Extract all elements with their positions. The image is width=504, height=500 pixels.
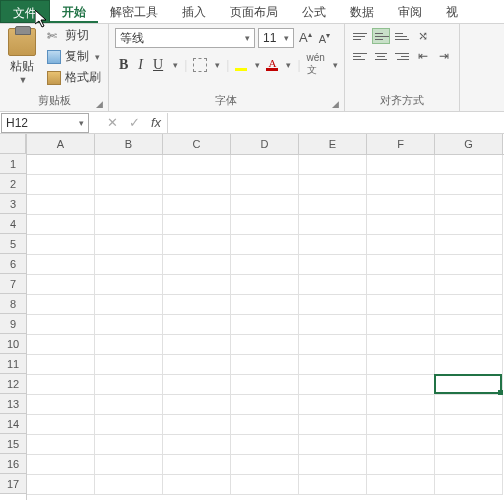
cell[interactable] (163, 375, 231, 395)
cell[interactable] (163, 155, 231, 175)
row-header[interactable]: 7 (0, 274, 26, 294)
cell[interactable] (95, 435, 163, 455)
cell[interactable] (95, 315, 163, 335)
cell[interactable] (27, 395, 95, 415)
cell[interactable] (95, 195, 163, 215)
cell[interactable] (95, 255, 163, 275)
cell[interactable] (95, 455, 163, 475)
cell[interactable] (367, 235, 435, 255)
cell[interactable] (27, 235, 95, 255)
cell[interactable] (163, 455, 231, 475)
cell[interactable] (95, 395, 163, 415)
row-header[interactable]: 2 (0, 174, 26, 194)
cell[interactable] (95, 295, 163, 315)
cell[interactable] (367, 415, 435, 435)
cell[interactable] (367, 315, 435, 335)
cells-area[interactable] (27, 155, 504, 495)
align-top-button[interactable] (351, 28, 369, 44)
cell[interactable] (163, 475, 231, 495)
cell[interactable] (231, 175, 299, 195)
cell[interactable] (435, 455, 503, 475)
cell[interactable] (231, 275, 299, 295)
underline-button[interactable]: U (151, 57, 165, 73)
cell[interactable] (163, 175, 231, 195)
cell[interactable] (367, 455, 435, 475)
row-header[interactable]: 1 (0, 154, 26, 174)
cell[interactable] (435, 155, 503, 175)
cell[interactable] (27, 295, 95, 315)
cell[interactable] (435, 215, 503, 235)
cell[interactable] (299, 415, 367, 435)
cell[interactable] (367, 375, 435, 395)
cell[interactable] (435, 175, 503, 195)
cell[interactable] (435, 395, 503, 415)
cell[interactable] (435, 415, 503, 435)
cell[interactable] (367, 275, 435, 295)
chevron-down-icon[interactable]: ▾ (333, 60, 338, 70)
cell[interactable] (231, 155, 299, 175)
cell[interactable] (367, 195, 435, 215)
cell[interactable] (367, 215, 435, 235)
chevron-down-icon[interactable]: ▾ (95, 52, 100, 62)
tab-file[interactable]: 文件 (0, 0, 50, 23)
cell[interactable] (95, 175, 163, 195)
tab-home[interactable]: 开始 (50, 0, 98, 23)
cell[interactable] (367, 175, 435, 195)
cell[interactable] (27, 195, 95, 215)
chevron-down-icon[interactable]: ▾ (286, 60, 291, 70)
cell[interactable] (435, 355, 503, 375)
cell[interactable] (299, 195, 367, 215)
cell[interactable] (231, 195, 299, 215)
cell[interactable] (367, 255, 435, 275)
cell[interactable] (367, 335, 435, 355)
align-right-button[interactable] (393, 48, 411, 64)
cell[interactable] (95, 335, 163, 355)
cell[interactable] (27, 375, 95, 395)
cell[interactable] (163, 295, 231, 315)
cell[interactable] (231, 355, 299, 375)
cell[interactable] (231, 475, 299, 495)
cell[interactable] (299, 235, 367, 255)
tab-crack-tool[interactable]: 解密工具 (98, 0, 170, 23)
cell[interactable] (435, 235, 503, 255)
cell[interactable] (27, 435, 95, 455)
cell[interactable] (299, 315, 367, 335)
cell[interactable] (299, 435, 367, 455)
select-all-corner[interactable] (0, 134, 26, 154)
cell[interactable] (95, 275, 163, 295)
cell[interactable] (95, 415, 163, 435)
cell[interactable] (163, 435, 231, 455)
cell[interactable] (299, 155, 367, 175)
cell[interactable] (435, 315, 503, 335)
dialog-launcher-icon[interactable]: ◢ (96, 99, 106, 109)
cell[interactable] (299, 455, 367, 475)
cell[interactable] (27, 355, 95, 375)
cell[interactable] (299, 255, 367, 275)
name-box[interactable]: H12▾ (1, 113, 89, 133)
cell[interactable] (367, 155, 435, 175)
row-header[interactable]: 5 (0, 234, 26, 254)
cell[interactable] (95, 155, 163, 175)
cell[interactable] (27, 335, 95, 355)
cell[interactable] (299, 375, 367, 395)
paste-button[interactable]: 粘贴 ▼ (4, 26, 40, 87)
cell[interactable] (299, 275, 367, 295)
cell[interactable] (231, 395, 299, 415)
font-name-select[interactable]: 等线▾ (115, 28, 255, 48)
cell[interactable] (231, 215, 299, 235)
cell[interactable] (367, 295, 435, 315)
cell[interactable] (27, 315, 95, 335)
cell[interactable] (163, 275, 231, 295)
column-header[interactable]: E (299, 134, 367, 154)
row-header[interactable]: 10 (0, 334, 26, 354)
cell[interactable] (299, 295, 367, 315)
orientation-button[interactable]: ⤭ (414, 28, 432, 44)
cell[interactable] (299, 175, 367, 195)
tab-insert[interactable]: 插入 (170, 0, 218, 23)
cell[interactable] (231, 435, 299, 455)
tab-data[interactable]: 数据 (338, 0, 386, 23)
accept-formula-button[interactable]: ✓ (123, 115, 145, 130)
grow-font-button[interactable]: A▴ (297, 30, 314, 45)
row-header[interactable]: 12 (0, 374, 26, 394)
cell[interactable] (163, 315, 231, 335)
